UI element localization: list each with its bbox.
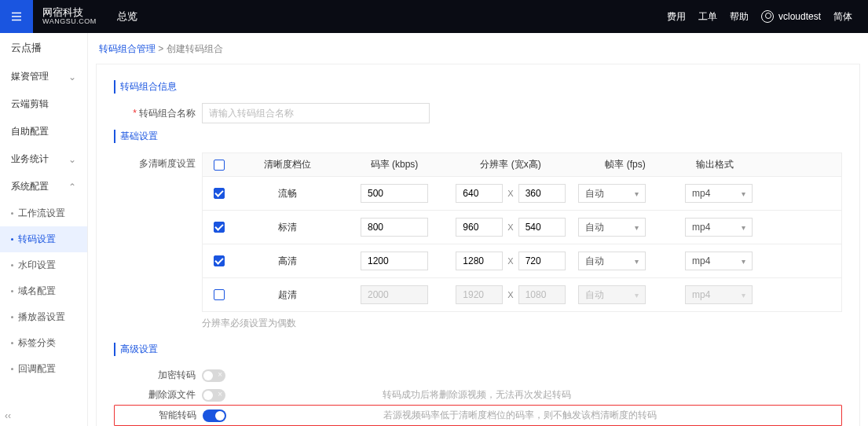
format-select[interactable]: mp4▾: [685, 252, 753, 270]
top-link-help[interactable]: 帮助: [730, 10, 749, 24]
height-input[interactable]: [518, 218, 566, 237]
sidebar-collapse-button[interactable]: ‹‹: [5, 410, 11, 421]
sidebar-item-selfconfig[interactable]: 自助配置: [0, 118, 87, 145]
section-info: 转码组合信息: [114, 80, 842, 94]
resolution-hint: 分辨率必须设置为偶数: [202, 312, 842, 330]
encrypt-label: 加密转码: [114, 369, 202, 382]
row-checkbox[interactable]: [214, 289, 225, 300]
col-fps: 帧率 (fps): [572, 153, 679, 176]
row-name: 流畅: [236, 182, 339, 205]
col-rate: 码率 (kbps): [339, 153, 449, 176]
sidebar-sub-tags[interactable]: 标签分类: [0, 330, 87, 356]
row-checkbox[interactable]: [214, 188, 225, 199]
smart-toggle[interactable]: [203, 409, 226, 422]
smart-label: 智能转码: [115, 409, 203, 422]
rate-input[interactable]: [361, 218, 428, 237]
height-input: [518, 285, 566, 304]
encrypt-toggle[interactable]: ×: [202, 369, 225, 382]
table-row: 流畅X自动▾mp4▾: [202, 177, 842, 211]
section-basic: 基础设置: [114, 130, 842, 143]
chevron-down-icon: ▾: [742, 291, 745, 299]
name-label: *转码组合名称: [114, 107, 202, 120]
section-advanced: 高级设置: [114, 343, 842, 356]
row-checkbox[interactable]: [214, 222, 225, 233]
chevron-down-icon: ▾: [742, 223, 745, 232]
sidebar-item-sysconfig[interactable]: 系统配置⌃: [0, 173, 87, 200]
sidebar-sub-workflow[interactable]: 工作流设置: [0, 200, 87, 226]
resolution-label: 多清晰度设置: [114, 152, 202, 171]
rate-input[interactable]: [361, 184, 428, 203]
chevron-down-icon: ▾: [742, 189, 745, 198]
col-res: 分辨率 (宽x高): [449, 153, 572, 176]
sidebar-sub-player[interactable]: 播放器设置: [0, 304, 87, 330]
sidebar-item-cloudcut[interactable]: 云端剪辑: [0, 90, 87, 118]
col-name: 清晰度档位: [236, 153, 339, 176]
chevron-down-icon: ⌄: [68, 154, 76, 165]
chevron-down-icon: ⌄: [68, 72, 76, 83]
overview-link[interactable]: 总览: [106, 9, 137, 24]
lang-switch[interactable]: 简体: [833, 10, 852, 24]
format-select[interactable]: mp4▾: [685, 184, 753, 203]
chevron-down-icon: ▾: [742, 257, 745, 266]
main-menu-button[interactable]: [0, 0, 33, 33]
chevron-down-icon: ▾: [635, 189, 639, 198]
width-input[interactable]: [456, 218, 503, 237]
sidebar-item-stats[interactable]: 业务统计⌄: [0, 145, 87, 173]
delete-toggle[interactable]: ×: [202, 389, 225, 402]
width-input: [456, 285, 503, 304]
chevron-down-icon: ▾: [635, 257, 639, 266]
format-select: mp4▾: [685, 285, 753, 304]
name-input[interactable]: [202, 103, 430, 123]
delete-desc: 转码成功后将删除源视频，无法再次发起转码: [383, 388, 571, 402]
rate-input: [361, 285, 428, 304]
sidebar-sub-transcode[interactable]: 转码设置: [0, 226, 87, 252]
user-menu[interactable]: vcloudtest: [761, 10, 821, 23]
height-input[interactable]: [518, 252, 566, 270]
chevron-up-icon: ⌃: [68, 182, 76, 193]
format-select[interactable]: mp4▾: [685, 218, 753, 237]
table-row: 超清X自动▾mp4▾: [202, 278, 842, 312]
delete-label: 删除源文件: [114, 388, 202, 402]
top-link-fee[interactable]: 费用: [667, 10, 686, 24]
width-input[interactable]: [456, 184, 503, 203]
checkbox-all[interactable]: [214, 160, 225, 171]
fps-select[interactable]: 自动▾: [578, 218, 646, 237]
user-icon: [761, 10, 774, 23]
fps-select[interactable]: 自动▾: [578, 252, 646, 270]
col-fmt: 输出格式: [679, 153, 751, 176]
chevron-down-icon: ▾: [635, 291, 639, 299]
rate-input[interactable]: [361, 252, 428, 270]
breadcrumb: 转码组合管理 > 创建转码组合: [96, 39, 860, 64]
logo: 网宿科技 WANGSU.COM: [33, 7, 106, 26]
width-input[interactable]: [456, 252, 503, 270]
sidebar-sub-callback[interactable]: 回调配置: [0, 356, 87, 382]
table-row: 高清X自动▾mp4▾: [202, 244, 842, 278]
product-title: 云点播: [0, 33, 87, 63]
sidebar-sub-watermark[interactable]: 水印设置: [0, 252, 87, 278]
sidebar-sub-domain[interactable]: 域名配置: [0, 278, 87, 304]
row-checkbox[interactable]: [214, 255, 225, 266]
fps-select: 自动▾: [578, 285, 646, 304]
row-name: 高清: [236, 250, 339, 273]
row-name: 超清: [236, 284, 339, 307]
top-link-ticket[interactable]: 工单: [698, 10, 717, 24]
chevron-down-icon: ▾: [635, 223, 639, 232]
smart-desc: 若源视频码率低于清晰度档位的码率，则不触发该档清晰度的转码: [383, 409, 657, 422]
row-name: 标清: [236, 216, 339, 239]
table-row: 标清X自动▾mp4▾: [202, 211, 842, 244]
fps-select[interactable]: 自动▾: [578, 184, 646, 203]
height-input[interactable]: [518, 184, 566, 203]
breadcrumb-parent[interactable]: 转码组合管理: [99, 43, 156, 54]
sidebar-item-media[interactable]: 媒资管理⌄: [0, 63, 87, 90]
